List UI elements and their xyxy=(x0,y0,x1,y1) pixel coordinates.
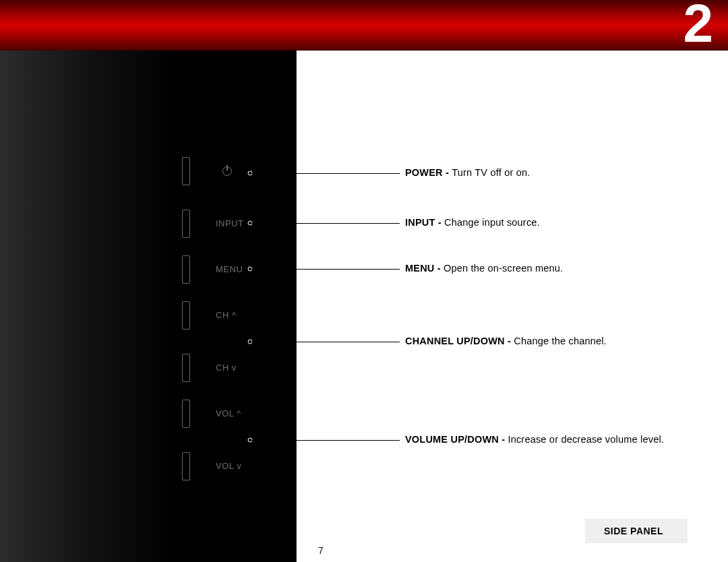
input-callout: INPUT - Change input source. xyxy=(405,217,540,228)
callout-label: INPUT - xyxy=(405,217,444,228)
callout-label: CHANNEL UP/DOWN - xyxy=(405,336,514,346)
input-label: INPUT xyxy=(216,218,244,228)
callout-label: MENU - xyxy=(405,263,444,274)
power-button-slot xyxy=(182,157,190,185)
section-tag: SIDE PANEL xyxy=(585,519,688,543)
leader-line xyxy=(250,269,400,270)
callout-desc: Open the on-screen menu. xyxy=(444,263,563,274)
header-bar: 2 xyxy=(0,0,728,51)
callout-label: VOLUME UP/DOWN - xyxy=(405,434,508,445)
ch-up-label: CH ^ xyxy=(216,310,237,320)
tv-side-panel-illustration: INPUT MENU CH ^ CH v VOL ^ VOL v xyxy=(0,51,297,562)
menu-callout: MENU - Open the on-screen menu. xyxy=(405,263,563,274)
ch-down-label: CH v xyxy=(216,363,237,373)
menu-button-slot xyxy=(182,255,190,284)
vol-up-button-slot xyxy=(182,400,190,428)
chapter-number: 2 xyxy=(684,0,714,51)
callout-label: POWER - xyxy=(405,167,452,178)
channel-callout: CHANNEL UP/DOWN - Change the channel. xyxy=(405,336,607,346)
volume-callout: VOLUME UP/DOWN - Increase or decrease vo… xyxy=(405,434,664,445)
callout-desc: Change input source. xyxy=(444,217,540,228)
input-button-slot xyxy=(182,210,190,238)
callout-desc: Change the channel. xyxy=(514,336,607,346)
vol-down-button-slot xyxy=(182,452,190,480)
vol-up-label: VOL ^ xyxy=(216,408,241,418)
callout-desc: Turn TV off or on. xyxy=(452,167,530,178)
power-callout: POWER - Turn TV off or on. xyxy=(405,167,530,178)
leader-line xyxy=(250,440,400,441)
leader-line xyxy=(250,223,400,224)
leader-line xyxy=(250,173,400,174)
leader-line xyxy=(250,342,400,342)
power-icon xyxy=(222,166,232,176)
callout-desc: Increase or decrease volume level. xyxy=(508,434,664,445)
vol-down-label: VOL v xyxy=(216,461,241,471)
ch-down-button-slot xyxy=(182,354,190,382)
page-number: 7 xyxy=(318,545,324,556)
ch-up-button-slot xyxy=(182,301,190,330)
menu-label: MENU xyxy=(216,264,243,274)
